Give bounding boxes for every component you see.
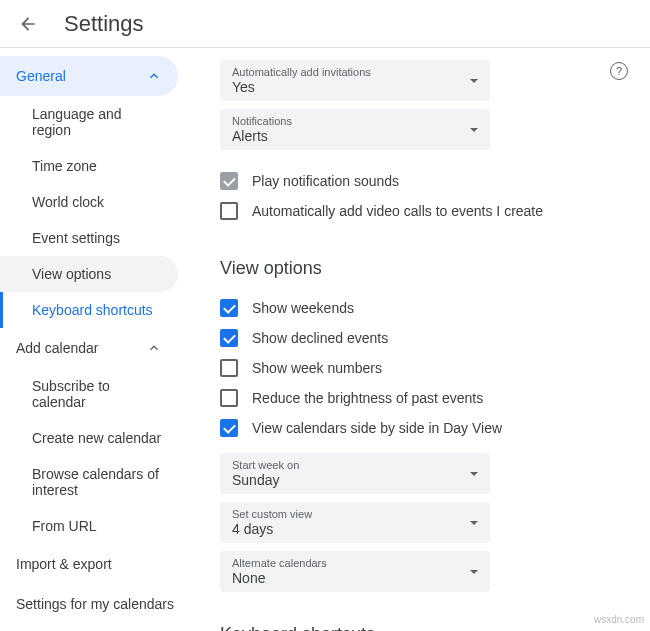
dropdown-label: Alternate calendars xyxy=(232,557,327,569)
dropdown-custom-view[interactable]: Set custom view 4 days xyxy=(220,502,490,543)
sidebar-item-worldclock[interactable]: World clock xyxy=(0,184,178,220)
sidebar-item-language[interactable]: Language and region xyxy=(0,96,178,148)
dropdown-start-week[interactable]: Start week on Sunday xyxy=(220,453,490,494)
sidebar-item-viewoptions[interactable]: View options xyxy=(0,256,178,292)
main-content: ? Automatically add invitations Yes Noti… xyxy=(190,48,650,631)
sidebar-section-label: Add calendar xyxy=(16,340,99,356)
dropdown-notifications[interactable]: Notifications Alerts xyxy=(220,109,490,150)
sidebar-item-fromurl[interactable]: From URL xyxy=(0,508,178,544)
checkbox-label: Show declined events xyxy=(252,330,388,346)
dropdown-invitations[interactable]: Automatically add invitations Yes xyxy=(220,60,490,101)
back-button[interactable] xyxy=(16,12,40,36)
dropdown-value: Alerts xyxy=(232,128,292,144)
section-title-shortcuts: Keyboard shortcuts xyxy=(220,624,630,631)
chevron-up-icon xyxy=(146,68,162,84)
page-title: Settings xyxy=(64,11,144,37)
dropdown-label: Automatically add invitations xyxy=(232,66,371,78)
dropdown-alt-calendars[interactable]: Alternate calendars None xyxy=(220,551,490,592)
checkbox-label: Automatically add video calls to events … xyxy=(252,203,543,219)
checkbox-show-weekends[interactable] xyxy=(220,299,238,317)
sidebar-section-general[interactable]: General xyxy=(0,56,178,96)
sidebar-section-label: General xyxy=(16,68,66,84)
help-icon[interactable]: ? xyxy=(610,62,628,80)
checkbox-label: View calendars side by side in Day View xyxy=(252,420,502,436)
dropdown-label: Start week on xyxy=(232,459,299,471)
chevron-down-icon xyxy=(470,472,478,476)
sidebar-mycalendars-label: Settings for my calendars xyxy=(0,584,190,624)
checkbox-week-numbers[interactable] xyxy=(220,359,238,377)
dropdown-value: Yes xyxy=(232,79,371,95)
dropdown-label: Notifications xyxy=(232,115,292,127)
chevron-down-icon xyxy=(470,128,478,132)
sidebar: General Language and region Time zone Wo… xyxy=(0,48,190,631)
checkbox-auto-video[interactable] xyxy=(220,202,238,220)
checkbox-side-by-side[interactable] xyxy=(220,419,238,437)
chevron-down-icon xyxy=(470,570,478,574)
dropdown-value: None xyxy=(232,570,327,586)
checkbox-reduce-brightness[interactable] xyxy=(220,389,238,407)
checkbox-play-sounds[interactable] xyxy=(220,172,238,190)
checkbox-label: Show weekends xyxy=(252,300,354,316)
watermark: wsxdn.com xyxy=(594,614,644,625)
dropdown-value: 4 days xyxy=(232,521,312,537)
checkbox-label: Show week numbers xyxy=(252,360,382,376)
sidebar-item-createcal[interactable]: Create new calendar xyxy=(0,420,178,456)
chevron-down-icon xyxy=(470,79,478,83)
sidebar-section-addcalendar[interactable]: Add calendar xyxy=(0,328,178,368)
chevron-up-icon xyxy=(146,340,162,356)
sidebar-item-subscribe[interactable]: Subscribe to calendar xyxy=(0,368,178,420)
sidebar-item-eventsettings[interactable]: Event settings xyxy=(0,220,178,256)
arrow-left-icon xyxy=(18,14,38,34)
dropdown-label: Set custom view xyxy=(232,508,312,520)
checkbox-show-declined[interactable] xyxy=(220,329,238,347)
checkbox-label: Play notification sounds xyxy=(252,173,399,189)
sidebar-item-shortcuts[interactable]: Keyboard shortcuts xyxy=(0,292,178,328)
dropdown-value: Sunday xyxy=(232,472,299,488)
sidebar-item-label: Import & export xyxy=(16,556,112,572)
sidebar-item-importexport[interactable]: Import & export xyxy=(0,544,178,584)
sidebar-item-timezone[interactable]: Time zone xyxy=(0,148,178,184)
chevron-down-icon xyxy=(470,521,478,525)
sidebar-item-browsecal[interactable]: Browse calendars of interest xyxy=(0,456,178,508)
sidebar-cal-item[interactable]: glingham@san.rr.com xyxy=(0,624,190,631)
section-title-viewoptions: View options xyxy=(220,258,630,279)
checkbox-label: Reduce the brightness of past events xyxy=(252,390,483,406)
